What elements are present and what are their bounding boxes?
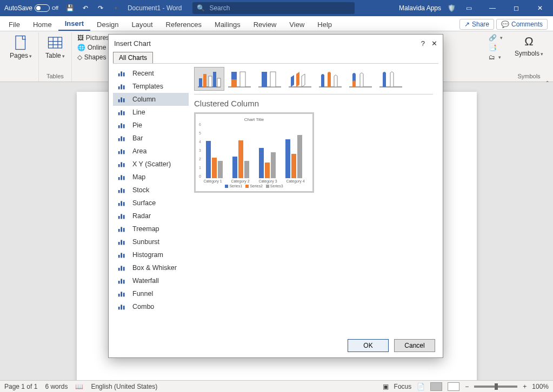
svg-rect-26 [118,177,120,180]
tab-references[interactable]: References [159,18,208,31]
svg-rect-22 [123,150,125,154]
share-button[interactable]: ↗Share [459,19,494,30]
tab-all-charts[interactable]: All Charts [113,52,153,63]
preview-category-label: Category 3 [258,179,277,183]
autosave-toggle[interactable]: AutoSave Off [0,4,63,12]
redo-icon[interactable]: ↷ [93,0,108,16]
status-page[interactable]: Page 1 of 1 [4,383,37,390]
chart-category-radar[interactable]: Radar [113,209,189,222]
chart-category-bar[interactable]: Bar [113,132,189,145]
qat-dropdown[interactable] [108,0,123,16]
chart-subtype-1[interactable] [224,67,255,91]
group-pages: Pages [3,32,39,82]
help-icon[interactable]: ? [421,39,425,48]
svg-rect-39 [121,227,122,232]
svg-rect-19 [123,137,125,141]
zoom-out-icon[interactable]: − [465,383,469,390]
chart-subtype-3[interactable] [285,67,315,91]
tab-view[interactable]: View [283,18,311,31]
view-print-icon[interactable] [430,382,442,391]
chart-category-combo[interactable]: Combo [113,300,189,313]
zoom-in-icon[interactable]: + [523,383,527,390]
chart-category-templates[interactable]: Templates [113,80,189,93]
proofing-icon[interactable]: 📖 [75,383,83,390]
preview-cluster [206,141,223,178]
svg-rect-4 [123,72,125,76]
tab-mailings[interactable]: Mailings [208,18,247,31]
preview-bar [206,141,211,178]
chart-category-area[interactable]: Area [113,145,189,158]
chart-subtype-5[interactable] [345,67,376,91]
comments-button[interactable]: 💬Comments [496,19,548,30]
chart-category-pie[interactable]: Pie [113,119,189,132]
chart-category-box-whisker[interactable]: Box & Whisker [113,261,189,274]
legend-item: Series3 [266,184,283,188]
title-bar: AutoSave Off 💾 ↶ ↷ Document1 - Word 🔍 Se… [0,0,553,16]
chart-subtype-4[interactable] [315,67,345,91]
extra-button-2[interactable]: 📑 [488,43,504,52]
chart-subtype-0[interactable] [194,67,224,91]
tab-layout[interactable]: Layout [125,18,159,31]
extra-button-3[interactable]: 🗂 [488,53,504,62]
chart-category-surface[interactable]: Surface [113,197,189,209]
tab-review[interactable]: Review [247,18,283,31]
online-pictures-icon: 🌐 [77,44,85,51]
zoom-slider[interactable] [474,386,517,388]
dialog-title: Insert Chart [114,39,151,48]
user-avatar-icon[interactable]: 🛡️ [448,4,456,12]
autosave-label: AutoSave [4,4,32,12]
tab-help[interactable]: Help [311,18,338,31]
chart-category-recent[interactable]: Recent [113,67,189,80]
view-read-icon[interactable]: 📄 [417,383,425,390]
preview-cluster [285,135,302,178]
minimize-icon[interactable]: — [482,0,503,16]
chart-category-histogram[interactable]: Histogram [113,248,189,261]
user-name[interactable]: Malavida Apps [399,4,441,12]
status-focus[interactable]: Focus [394,383,412,390]
symbols-button[interactable]: Ω Symbols [512,33,545,58]
chart-category-map[interactable]: Map [113,171,189,184]
chart-category-x-y-scatter-[interactable]: X Y (Scatter) [113,158,189,171]
tab-file[interactable]: File [2,18,26,31]
chart-category-sunburst[interactable]: Sunburst [113,235,189,248]
tab-insert[interactable]: Insert [58,17,90,31]
page-icon [13,35,29,51]
extra-button-1[interactable]: 🔗 [488,33,504,42]
dialog-close-icon[interactable]: ✕ [431,39,437,48]
chart-category-treemap[interactable]: Treemap [113,222,189,235]
chart-category-line[interactable]: Line [113,106,189,119]
maximize-icon[interactable]: ◻ [505,0,527,16]
ribbon-display-icon[interactable]: ▭ [458,0,479,16]
view-web-icon[interactable] [448,382,459,391]
save-icon[interactable]: 💾 [63,0,78,16]
tab-home[interactable]: Home [26,18,58,31]
comment-icon: 💬 [501,21,509,28]
cancel-button[interactable]: Cancel [394,339,435,352]
ok-button[interactable]: OK [348,339,389,352]
svg-rect-34 [123,202,125,206]
status-language[interactable]: English (United States) [91,383,157,390]
chart-subtype-2[interactable] [255,67,285,91]
category-label: Map [132,173,145,181]
zoom-level[interactable]: 100% [532,383,549,390]
category-icon [117,147,127,156]
focus-icon[interactable]: ▣ [383,383,389,390]
preview-category-label: Category 4 [286,179,304,183]
close-icon[interactable]: ✕ [529,0,551,16]
subtype-icon [227,69,252,89]
tab-design[interactable]: Design [90,18,125,31]
svg-rect-55 [123,293,125,296]
chart-subtype-6[interactable] [376,67,406,91]
chart-category-waterfall[interactable]: Waterfall [113,274,189,287]
svg-rect-51 [121,279,122,283]
status-words[interactable]: 6 words [45,383,68,390]
search-input[interactable]: 🔍 Search [192,2,355,14]
chart-category-stock[interactable]: Stock [113,184,189,197]
undo-icon[interactable]: ↶ [78,0,93,16]
chart-category-column[interactable]: Column [113,93,189,106]
preview-title: Chart Title [199,117,309,122]
chart-preview[interactable]: Chart Title 0123456 Category 1Category 2… [194,112,314,193]
table-button[interactable]: Table [43,33,67,60]
pages-button[interactable]: Pages [8,33,34,60]
chart-category-funnel[interactable]: Funnel [113,287,189,300]
